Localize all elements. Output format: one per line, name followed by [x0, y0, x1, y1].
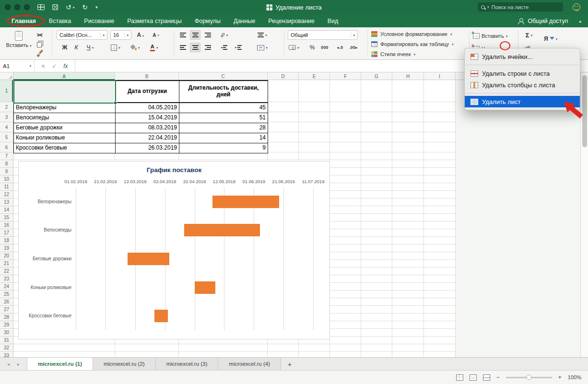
insert-cells-button[interactable]: Вставить▾	[473, 32, 507, 40]
vertical-scrollbar[interactable]	[580, 72, 588, 357]
row-header-5[interactable]: 5	[0, 132, 13, 142]
menu-item-2[interactable]: Удалить столбцы с листа	[465, 79, 580, 91]
table-cell-name[interactable]: Велоренажеры	[14, 103, 116, 113]
search-input[interactable]	[492, 4, 549, 10]
italic-button[interactable]: К	[71, 43, 82, 52]
insert-function-button[interactable]: fx	[63, 63, 68, 70]
font-color-button[interactable]: А▾	[149, 43, 159, 52]
fullscreen-button[interactable]	[24, 4, 30, 10]
ribbon-tab-0[interactable]: Главная	[12, 18, 36, 24]
align-top-button[interactable]	[177, 30, 188, 40]
column-header-I[interactable]: I	[424, 72, 456, 80]
copy-icon[interactable]	[37, 42, 42, 47]
table-cell-date[interactable]: 22.04.2019	[116, 133, 179, 143]
ribbon-tab-5[interactable]: Данные	[234, 18, 255, 24]
active-cell-a1[interactable]	[13, 80, 116, 104]
redo-button[interactable]: ↻	[82, 4, 88, 11]
paste-button[interactable]: Вставить ▾	[6, 31, 32, 48]
table-cell-name[interactable]: Велосипеды	[14, 113, 116, 123]
zoom-in-button[interactable]: +	[558, 374, 562, 381]
row-header-23[interactable]: 23	[0, 275, 13, 283]
number-format-combo[interactable]: Общий▾	[288, 30, 358, 40]
ribbon-tab-3[interactable]: Разметка страницы	[127, 18, 181, 24]
row-header-16[interactable]: 16	[0, 221, 13, 229]
select-all-corner[interactable]	[0, 72, 13, 80]
align-left-button[interactable]	[177, 43, 188, 52]
close-button[interactable]	[5, 4, 11, 10]
view-switcher-button[interactable]	[37, 4, 45, 10]
next-sheet-button[interactable]: ▸	[17, 361, 20, 367]
column-header-A[interactable]: A	[13, 72, 115, 80]
table-cell-date[interactable]: 26.03.2019	[116, 143, 179, 153]
accounting-format-button[interactable]: ▾	[289, 43, 299, 52]
prev-sheet-button[interactable]: ◂	[7, 361, 10, 367]
zoom-slider[interactable]	[506, 377, 552, 378]
row-header-12[interactable]: 12	[0, 191, 13, 198]
row-header-28[interactable]: 28	[0, 314, 13, 321]
zoom-out-button[interactable]: −	[496, 374, 500, 381]
column-header-E[interactable]: E	[299, 72, 330, 80]
column-header-H[interactable]: H	[392, 72, 424, 80]
gantt-chart[interactable]: График поставок 01.02.201921.02.201913.0…	[18, 161, 330, 339]
row-header-9[interactable]: 9	[0, 168, 13, 175]
cut-icon[interactable]	[36, 32, 43, 37]
scrollbar-thumb[interactable]	[582, 75, 587, 147]
row-header-21[interactable]: 21	[0, 260, 13, 268]
ribbon-tab-7[interactable]: Вид	[328, 18, 339, 24]
row-header-32[interactable]: 32	[0, 344, 13, 352]
decrease-indent-button[interactable]: ◂	[219, 43, 229, 52]
name-box[interactable]: A1▾	[0, 60, 35, 72]
search-box[interactable]: ▾	[478, 2, 563, 12]
row-header-1[interactable]: 1	[0, 80, 13, 102]
align-bottom-button[interactable]	[202, 30, 213, 40]
table-cell-date[interactable]: 08.03.2019	[116, 123, 179, 133]
zoom-slider-thumb[interactable]	[526, 375, 531, 380]
ribbon-tab-1[interactable]: Вставка	[49, 18, 71, 24]
borders-button[interactable]: ▾	[110, 43, 121, 52]
comma-style-button[interactable]: 000	[319, 43, 330, 52]
align-right-button[interactable]	[202, 43, 213, 52]
table-cell-date[interactable]: 04.05.2019	[116, 103, 179, 113]
increase-font-button[interactable]: A▴	[135, 30, 146, 40]
table-cell-days[interactable]: 14	[179, 133, 268, 143]
row-header-6[interactable]: 6	[0, 142, 13, 152]
table-cell-name[interactable]: Коньки роликовые	[14, 133, 116, 143]
customize-toolbar-button[interactable]: ▾	[95, 5, 98, 10]
table-cell-days[interactable]: 51	[179, 113, 268, 123]
minimize-button[interactable]	[14, 4, 20, 10]
share-button[interactable]: Общий доступ ▴	[517, 18, 588, 24]
format-as-table-button[interactable]: Форматировать как таблицу▾	[371, 40, 454, 48]
table-cell-c1[interactable]: Длительность доставки, дней	[179, 81, 268, 103]
row-header-33[interactable]: 33	[0, 352, 13, 357]
row-header-18[interactable]: 18	[0, 237, 13, 244]
table-cell-days[interactable]: 28	[179, 123, 268, 133]
row-header-4[interactable]: 4	[0, 122, 13, 132]
row-header-7[interactable]: 7	[0, 152, 13, 160]
page-layout-view-icon[interactable]	[470, 374, 477, 381]
row-header-30[interactable]: 30	[0, 329, 13, 337]
row-header-13[interactable]: 13	[0, 198, 13, 206]
zoom-level[interactable]: 100%	[568, 374, 581, 380]
menu-item-1[interactable]: Удалить строки с листа	[465, 68, 580, 79]
table-cell-name[interactable]: Беговые дорожки	[14, 123, 116, 133]
wrap-text-button[interactable]: ▾	[257, 30, 268, 40]
row-header-10[interactable]: 10	[0, 175, 13, 183]
add-sheet-button[interactable]: +	[281, 358, 298, 370]
increase-indent-button[interactable]: ▸	[233, 43, 244, 52]
collapse-ribbon-icon[interactable]: ▴	[579, 19, 581, 23]
row-header-14[interactable]: 14	[0, 206, 13, 214]
table-cell-name[interactable]: Кроссовки беговые	[14, 143, 116, 153]
row-header-29[interactable]: 29	[0, 321, 13, 329]
fill-color-button[interactable]: ▾	[129, 43, 140, 52]
row-header-24[interactable]: 24	[0, 283, 13, 291]
decrease-font-button[interactable]: A▾	[151, 30, 161, 40]
table-cell-b1[interactable]: Дата отгрузки	[116, 81, 179, 103]
ribbon-tab-6[interactable]: Рецензирование	[268, 18, 315, 24]
row-header-2[interactable]: 2	[0, 102, 13, 112]
sheet-tab-2[interactable]: microexcel.ru (2)	[93, 358, 156, 370]
column-header-F[interactable]: F	[330, 72, 361, 80]
orientation-button[interactable]: ab▾	[219, 30, 229, 40]
row-header-17[interactable]: 17	[0, 229, 13, 237]
percent-style-button[interactable]: %	[307, 43, 318, 52]
column-header-C[interactable]: C	[179, 72, 268, 80]
